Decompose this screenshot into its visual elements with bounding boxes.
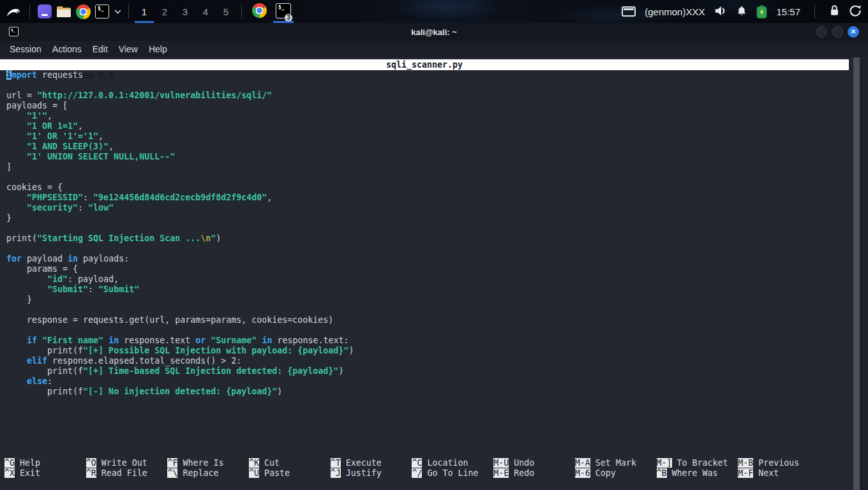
code-line xyxy=(6,172,842,182)
nano-shortcut[interactable]: M-E Redo xyxy=(493,468,575,479)
launcher-dropdown-button[interactable] xyxy=(112,1,123,22)
shortcut-label: Location xyxy=(422,458,468,468)
nano-shortcut[interactable]: ^\ Replace xyxy=(167,468,249,479)
nano-shortcut-bar: ^G Help^X Exit^O Write Out^R Read File^F… xyxy=(0,458,849,479)
nano-titlebar: GNU nano 8.6 sqli_scanner.py xyxy=(0,59,849,70)
workspace-button-3[interactable]: 3 xyxy=(175,0,195,23)
workspace-button-4[interactable]: 4 xyxy=(195,0,216,23)
nano-shortcut[interactable]: ^/ Go To Line xyxy=(412,468,493,479)
shortcut-label: Copy xyxy=(590,468,616,478)
applications-menu-button[interactable] xyxy=(3,2,24,21)
menu-item-actions[interactable]: Actions xyxy=(52,44,82,54)
nano-shortcut[interactable]: ^O Write Out xyxy=(86,458,168,468)
window-titlebar[interactable]: kali@kali: ~ ✕ xyxy=(0,23,868,41)
chrome-icon xyxy=(252,3,267,18)
code-line xyxy=(6,325,842,336)
taskbar-chrome-window-button[interactable] xyxy=(248,0,271,23)
code-line xyxy=(6,244,842,254)
nano-shortcut[interactable]: M-] To Bracket xyxy=(657,458,738,468)
genmon-icon xyxy=(622,6,636,17)
menu-item-help[interactable]: Help xyxy=(149,44,167,54)
terminal-scrollbar[interactable] xyxy=(853,57,860,490)
minimize-button[interactable] xyxy=(816,26,827,38)
genmon-label: (genmon)XXX xyxy=(645,6,705,17)
nano-shortcut[interactable]: ^U Paste xyxy=(249,468,331,479)
shortcut-key: ^O xyxy=(86,458,96,468)
code-line: url = "http://127.0.0.1:42001/vulnerabil… xyxy=(6,91,842,101)
chrome-icon xyxy=(76,4,91,19)
shortcut-column: ^C Location^/ Go To Line xyxy=(412,458,493,479)
code-line: print("Starting SQL Injection Scan ...\n… xyxy=(6,234,842,244)
shortcut-label: Execute xyxy=(341,458,382,468)
nano-shortcut[interactable]: M-F Next xyxy=(738,468,819,479)
workspace-button-5[interactable]: 5 xyxy=(216,0,236,23)
shortcut-key: M-E xyxy=(493,468,509,478)
lock-icon xyxy=(829,4,840,17)
file-manager-launcher[interactable] xyxy=(54,1,73,22)
code-line: "1 OR 1=1", xyxy=(6,121,842,131)
nano-shortcut[interactable]: M-6 Copy xyxy=(575,468,657,479)
chrome-launcher[interactable] xyxy=(73,1,93,22)
code-line: else: xyxy=(6,376,842,387)
terminal-launcher[interactable] xyxy=(93,1,112,22)
code-line: } xyxy=(6,295,842,305)
shortcut-key: M-B xyxy=(738,458,753,468)
shortcut-key: ^U xyxy=(249,468,259,478)
taskbar-terminal-window-button[interactable]: 3 xyxy=(272,0,295,23)
nano-shortcut[interactable]: M-U Undo xyxy=(493,458,575,468)
clock[interactable]: 15:57 xyxy=(776,6,800,17)
app-drawer-launcher[interactable] xyxy=(35,1,54,22)
nano-shortcut[interactable]: ^R Read File xyxy=(86,468,168,479)
shortcut-column: ^F Where Is^\ Replace xyxy=(167,458,249,479)
shortcut-label: Undo xyxy=(509,458,534,468)
shortcut-label: Exit xyxy=(15,468,40,478)
workspace-button-1[interactable]: 1 xyxy=(134,0,154,23)
session-logout-button[interactable] xyxy=(849,4,862,19)
terminal-content[interactable]: GNU nano 8.6 sqli_scanner.py import requ… xyxy=(0,57,868,490)
code-line xyxy=(6,305,842,315)
shortcut-column: ^O Write Out^R Read File xyxy=(86,458,168,479)
nano-shortcut[interactable]: ^C Location xyxy=(412,458,493,468)
maximize-button[interactable] xyxy=(832,26,843,38)
shortcut-label: Where Is xyxy=(177,458,223,468)
shortcut-key: M-6 xyxy=(575,468,590,478)
scrollbar-thumb[interactable] xyxy=(853,57,860,490)
panel-separator xyxy=(241,4,242,19)
menu-item-view[interactable]: View xyxy=(119,44,138,54)
nano-shortcut[interactable]: ^J Justify xyxy=(331,468,412,479)
close-button[interactable]: ✕ xyxy=(848,26,859,38)
window-controls: ✕ xyxy=(816,26,859,38)
notifications-button[interactable] xyxy=(736,4,747,19)
code-line: "1' UNION SELECT NULL,NULL--" xyxy=(6,152,842,162)
nano-shortcut[interactable]: M-B Previous xyxy=(738,458,819,468)
terminal-icon xyxy=(95,4,109,19)
shortcut-label: Paste xyxy=(259,468,290,478)
menu-item-session[interactable]: Session xyxy=(10,44,41,54)
shortcut-column: M-B PreviousM-F Next xyxy=(738,458,819,479)
nano-shortcut[interactable]: ^K Cut xyxy=(249,458,331,468)
editor-text[interactable]: import requestsurl = "http://127.0.0.1:4… xyxy=(6,70,842,397)
shortcut-label: Where Was xyxy=(667,468,718,478)
lock-button[interactable] xyxy=(829,4,840,19)
nano-shortcut[interactable]: ^F Where Is xyxy=(167,458,249,468)
nano-shortcut[interactable]: ^G Help xyxy=(4,458,86,468)
top-panel: 12345 3 (genmon)XXX xyxy=(0,0,868,23)
shortcut-key: ^J xyxy=(331,468,341,478)
menu-item-edit[interactable]: Edit xyxy=(93,44,108,54)
workspace-button-2[interactable]: 2 xyxy=(154,0,175,23)
nano-shortcut[interactable]: M-A Set Mark xyxy=(575,458,657,468)
panel-separator xyxy=(128,4,129,19)
nano-shortcut[interactable]: ^T Execute xyxy=(331,458,412,468)
shortcut-label: Next xyxy=(753,468,779,478)
nano-shortcut[interactable]: ^B Where Was xyxy=(657,468,738,479)
desktop: 12345 3 (genmon)XXX xyxy=(0,0,868,490)
shortcut-key: M-F xyxy=(738,468,753,478)
shortcut-label: Justify xyxy=(341,468,382,478)
code-line: payloads = [ xyxy=(6,101,842,111)
volume-button[interactable] xyxy=(714,4,727,19)
nano-shortcut[interactable]: ^X Exit xyxy=(4,468,86,479)
code-line xyxy=(6,80,842,91)
shortcut-label: Redo xyxy=(509,468,534,478)
panel-separator xyxy=(814,4,815,19)
window-terminal-icon xyxy=(9,27,19,36)
